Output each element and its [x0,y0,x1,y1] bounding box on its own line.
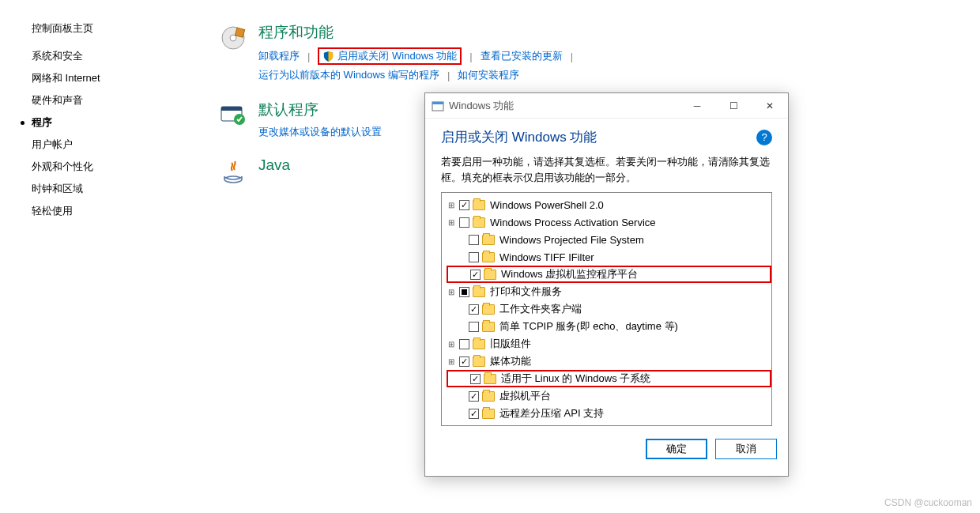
expander-icon[interactable]: ⊞ [447,357,456,366]
sidebar-item-7[interactable]: 轻松使用 [16,200,174,222]
expander-icon[interactable]: ⊞ [447,288,456,296]
feature-row[interactable]: 适用于 Linux 的 Windows 子系统 [447,370,771,387]
turn-windows-features-link[interactable]: 启用或关闭 Windows 功能 [337,49,457,63]
programs-icon [217,22,249,54]
feature-checkbox[interactable] [469,322,479,332]
cancel-button[interactable]: 取消 [715,439,777,459]
dialog-heading: 启用或关闭 Windows 功能 [441,128,597,146]
sidebar-item-3[interactable]: 程序 [16,111,174,134]
sidebar-title: 控制面板主页 [16,17,174,45]
folder-icon [484,270,496,280]
features-tree[interactable]: ⊞Windows PowerShell 2.0⊞Windows Process … [441,192,772,426]
feature-label: Windows TIFF IFilter [499,251,594,263]
feature-row[interactable]: Windows 虚拟机监控程序平台 [447,266,771,283]
feature-row[interactable]: ⊞媒体功能 [447,353,771,370]
watermark: CSDN @cuckooman [884,497,972,508]
programs-title: 程序和功能 [258,22,581,43]
feature-checkbox[interactable] [459,217,469,228]
folder-icon [473,217,485,228]
java-icon [217,157,249,188]
feature-checkbox[interactable] [469,409,479,419]
expander-icon[interactable]: ⊞ [447,218,456,227]
feature-checkbox[interactable] [459,339,469,349]
feature-row[interactable]: ⊞打印和文件服务 [447,283,771,300]
close-button[interactable]: ✕ [752,93,788,119]
minimize-button[interactable]: ─ [679,93,715,119]
folder-icon [482,391,495,402]
folder-icon [482,304,495,315]
java-title: Java [258,157,290,174]
active-bullet-icon [21,121,24,125]
feature-label: 旧版组件 [490,337,531,351]
feature-row[interactable]: ⊞Windows Process Activation Service [447,213,771,231]
turn-windows-features-highlight: 启用或关闭 Windows 功能 [318,47,462,65]
feature-row[interactable]: ⊞旧版组件 [447,335,771,353]
expander-icon[interactable]: ⊞ [447,340,456,349]
folder-icon [473,356,485,367]
ok-button[interactable]: 确定 [646,439,707,459]
run-old-programs-link[interactable]: 运行为以前版本的 Windows 编写的程序 [258,68,439,82]
sidebar-item-0[interactable]: 系统和安全 [16,45,174,67]
expander-icon[interactable]: ⊞ [447,201,456,209]
defaults-icon [217,100,249,131]
help-icon[interactable]: ? [756,130,772,145]
feature-label: Windows Process Activation Service [490,217,656,228]
feature-label: 简单 TCPIP 服务(即 echo、daytime 等) [499,319,678,334]
feature-checkbox[interactable] [469,304,479,315]
feature-label: Windows 虚拟机监控程序平台 [501,267,638,281]
feature-label: 媒体功能 [490,354,531,368]
feature-checkbox[interactable] [469,391,479,402]
svg-rect-8 [432,102,443,104]
svg-rect-4 [221,107,242,111]
feature-row[interactable]: 远程差分压缩 API 支持 [447,405,771,422]
separator: | [307,51,310,62]
feature-row[interactable]: 简单 TCPIP 服务(即 echo、daytime 等) [447,318,771,335]
feature-row[interactable]: ⊞Windows PowerShell 2.0 [447,196,771,213]
folder-icon [473,200,485,210]
view-installed-updates-link[interactable]: 查看已安装的更新 [481,49,563,63]
maximize-button[interactable]: ☐ [715,93,752,119]
sidebar-item-2[interactable]: 硬件和声音 [16,89,174,111]
sidebar-item-6[interactable]: 时钟和区域 [16,178,174,200]
feature-row[interactable]: Windows TIFF IFilter [447,248,771,266]
programs-and-features-section: 程序和功能 卸载程序 | 启用或关闭 Windows 功能 | 查看已安装的更新… [217,22,581,82]
folder-icon [482,235,495,245]
folder-icon [484,374,496,384]
feature-row[interactable]: 虚拟机平台 [447,387,771,405]
folder-icon [473,339,485,349]
feature-row[interactable]: 工作文件夹客户端 [447,300,771,318]
feature-label: Windows Projected File System [499,234,644,246]
dialog-body: 启用或关闭 Windows 功能 ? 若要启用一种功能，请选择其复选框。若要关闭… [425,119,788,431]
svg-rect-2 [235,28,244,37]
feature-label: 打印和文件服务 [490,285,562,299]
feature-label: 虚拟机平台 [499,389,551,403]
sidebar-item-5[interactable]: 外观和个性化 [16,156,174,178]
how-install-link[interactable]: 如何安装程序 [458,68,519,82]
feature-checkbox[interactable] [469,252,479,262]
feature-row[interactable]: Windows Projected File System [447,231,771,248]
feature-checkbox[interactable] [470,374,481,384]
uninstall-program-link[interactable]: 卸载程序 [258,49,300,63]
feature-label: 适用于 Linux 的 Windows 子系统 [501,372,650,386]
feature-checkbox[interactable] [459,287,469,297]
defaults-title: 默认程序 [258,100,382,120]
feature-checkbox[interactable] [459,200,469,210]
dialog-title: Windows 功能 [449,99,679,113]
windows-features-dialog: Windows 功能 ─ ☐ ✕ 启用或关闭 Windows 功能 ? 若要启用… [424,92,789,477]
sidebar-item-1[interactable]: 网络和 Internet [16,67,174,89]
change-defaults-link[interactable]: 更改媒体或设备的默认设置 [258,126,382,138]
dialog-heading-row: 启用或关闭 Windows 功能 ? [441,128,772,146]
folder-icon [482,252,495,262]
shield-icon [322,51,334,62]
sidebar-item-4[interactable]: 用户帐户 [16,134,174,156]
separator: | [469,51,472,62]
dialog-titlebar: Windows 功能 ─ ☐ ✕ [425,93,788,119]
feature-checkbox[interactable] [470,270,481,280]
folder-icon [482,322,495,332]
separator: | [447,70,450,81]
dialog-button-row: 确定 取消 [425,431,788,470]
feature-label: 远程差分压缩 API 支持 [499,406,604,421]
feature-checkbox[interactable] [459,356,469,367]
feature-checkbox[interactable] [469,235,479,245]
folder-icon [482,409,495,419]
